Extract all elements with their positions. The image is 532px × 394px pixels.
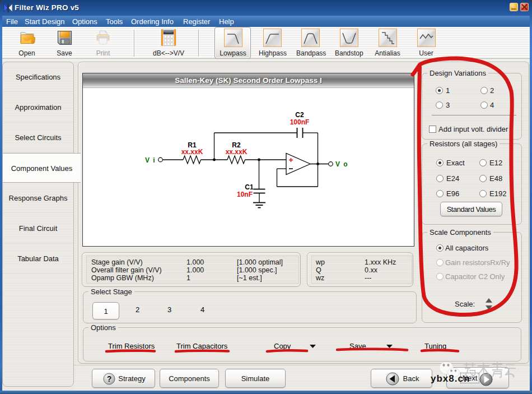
svg-text:?: ? <box>107 374 112 383</box>
